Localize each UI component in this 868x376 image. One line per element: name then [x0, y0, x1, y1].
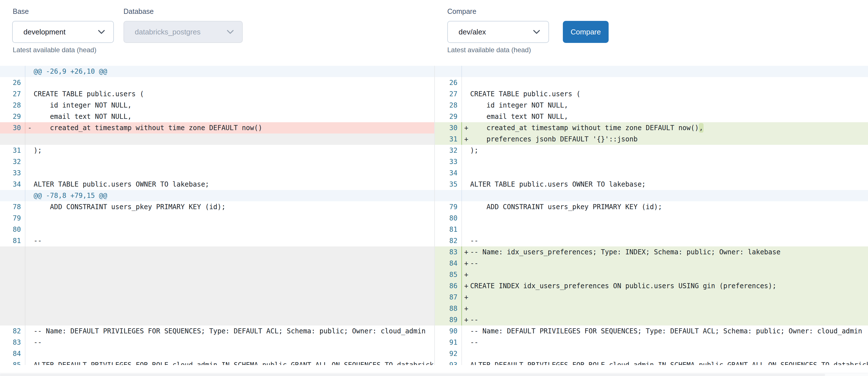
page-horizontal-scrollbar	[0, 373, 868, 376]
line-number: 28	[0, 100, 25, 111]
hunk-header	[470, 190, 868, 201]
diff-marker	[25, 190, 34, 201]
code-line	[34, 269, 434, 280]
diff-marker	[462, 326, 470, 337]
diff-marker: +	[462, 122, 470, 134]
diff-row: 31+ preferences jsonb DEFAULT '{}'::json…	[435, 134, 868, 145]
line-number: 78	[0, 201, 25, 212]
diff-row: 34ALTER TABLE public.users OWNER TO lake…	[0, 179, 434, 190]
diff-row	[0, 280, 434, 292]
code-line: -- Name: DEFAULT PRIVILEGES FOR SEQUENCE…	[34, 326, 434, 337]
code-line	[470, 212, 868, 224]
diff-marker	[462, 179, 470, 190]
line-number	[0, 134, 25, 145]
diff-marker	[25, 167, 34, 179]
compare-button[interactable]: Compare	[563, 21, 609, 43]
line-number: 87	[435, 292, 462, 303]
diff-row: 34	[435, 167, 868, 179]
line-number: 32	[0, 156, 25, 167]
diff-row	[0, 134, 434, 145]
line-number: 32	[435, 145, 462, 156]
line-number: 92	[435, 348, 462, 360]
diff-row: 92	[435, 348, 868, 360]
code-line: --	[470, 258, 868, 269]
diff-marker	[25, 66, 34, 77]
diff-marker	[462, 111, 470, 122]
diff-marker	[462, 156, 470, 167]
code-line: CREATE TABLE public.users (	[470, 88, 868, 100]
diff-row: 32);	[435, 145, 868, 156]
line-number: 26	[435, 77, 462, 88]
line-number: 29	[0, 111, 25, 122]
line-number: 93	[435, 360, 462, 365]
diff-marker	[462, 337, 470, 348]
diff-row: 90-- Name: DEFAULT PRIVILEGES FOR SEQUEN…	[435, 326, 868, 337]
compare-label: Compare	[447, 7, 476, 16]
line-number	[0, 246, 25, 258]
code-line	[470, 269, 868, 280]
compare-toolbar: Base development Latest available data (…	[0, 0, 868, 66]
diff-marker	[25, 360, 34, 365]
code-line	[34, 280, 434, 292]
code-line: id integer NOT NULL,	[34, 100, 434, 111]
diff-row: 29 email text NOT NULL,	[0, 111, 434, 122]
base-select[interactable]: development	[12, 21, 114, 43]
code-line	[34, 156, 434, 167]
code-line	[470, 167, 868, 179]
diff-row: 79 ADD CONSTRAINT users_pkey PRIMARY KEY…	[435, 201, 868, 212]
diff-row: 85ALTER DEFAULT PRIVILEGES FOR ROLE clou…	[0, 360, 434, 365]
line-number	[0, 280, 25, 292]
line-number: 90	[435, 326, 462, 337]
base-caption: Latest available data (head)	[13, 46, 96, 54]
database-label: Database	[123, 7, 154, 16]
line-number: 30	[0, 122, 25, 134]
diff-row: 26	[0, 77, 434, 88]
diff-row: 91--	[435, 337, 868, 348]
compare-select-value: dev/alex	[459, 28, 486, 36]
word-diff-highlight: ,	[699, 123, 703, 133]
diff-marker: +	[462, 258, 470, 269]
diff-marker	[462, 77, 470, 88]
chevron-down-icon	[227, 30, 234, 34]
diff-marker	[25, 337, 34, 348]
diff-row: 28 id integer NOT NULL,	[435, 100, 868, 111]
diff-marker	[25, 100, 34, 111]
line-number: 85	[435, 269, 462, 280]
diff-row	[0, 246, 434, 258]
diff-marker	[25, 88, 34, 100]
base-diff-pane: @@ -26,9 +26,10 @@2627CREATE TABLE publi…	[0, 66, 434, 365]
code-line	[34, 167, 434, 179]
code-line: --	[470, 314, 868, 326]
diff-row: 89+--	[435, 314, 868, 326]
diff-row: 93ALTER DEFAULT PRIVILEGES FOR ROLE clou…	[435, 360, 868, 365]
code-line	[34, 314, 434, 326]
line-number: 82	[435, 235, 462, 246]
code-line: created_at timestamp without time zone D…	[34, 122, 434, 134]
diff-row: 31);	[0, 145, 434, 156]
line-number: 79	[435, 201, 462, 212]
diff-row: 28 id integer NOT NULL,	[0, 100, 434, 111]
diff-row: 27CREATE TABLE public.users (	[435, 88, 868, 100]
line-number: 84	[435, 258, 462, 269]
diff-row: 80	[435, 212, 868, 224]
diff-marker	[25, 145, 34, 156]
database-select[interactable]: databricks_postgres	[123, 21, 243, 43]
diff-marker	[25, 269, 34, 280]
diff-marker	[462, 66, 470, 77]
diff-row: 33	[0, 167, 434, 179]
diff-row: 81--	[0, 235, 434, 246]
page-scrollbar-thumb[interactable]	[0, 374, 825, 376]
line-number: 81	[435, 224, 462, 235]
diff-row: 81	[435, 224, 868, 235]
diff-marker	[25, 134, 34, 145]
line-number: 81	[0, 235, 25, 246]
compare-select[interactable]: dev/alex	[447, 21, 549, 43]
line-number	[435, 190, 462, 201]
code-line	[34, 303, 434, 314]
code-line: --	[470, 337, 868, 348]
diff-row	[0, 258, 434, 269]
diff-marker	[25, 258, 34, 269]
diff-marker	[25, 280, 34, 292]
diff-row	[435, 66, 868, 77]
code-line: ALTER TABLE public.users OWNER TO lakeba…	[470, 179, 868, 190]
